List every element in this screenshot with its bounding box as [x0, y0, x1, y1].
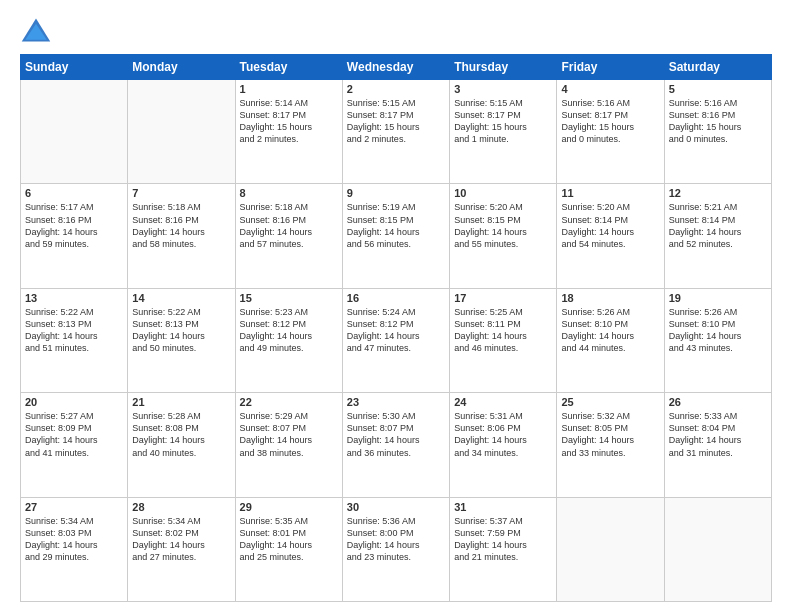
calendar-cell: 22Sunrise: 5:29 AM Sunset: 8:07 PM Dayli… — [235, 393, 342, 497]
day-number: 19 — [669, 292, 767, 304]
day-number: 14 — [132, 292, 230, 304]
logo — [20, 16, 56, 44]
day-number: 11 — [561, 187, 659, 199]
day-number: 26 — [669, 396, 767, 408]
cell-info: Sunrise: 5:19 AM Sunset: 8:15 PM Dayligh… — [347, 201, 445, 250]
day-number: 1 — [240, 83, 338, 95]
calendar-table: SundayMondayTuesdayWednesdayThursdayFrid… — [20, 54, 772, 602]
cell-info: Sunrise: 5:18 AM Sunset: 8:16 PM Dayligh… — [240, 201, 338, 250]
day-number: 6 — [25, 187, 123, 199]
cell-info: Sunrise: 5:36 AM Sunset: 8:00 PM Dayligh… — [347, 515, 445, 564]
day-number: 5 — [669, 83, 767, 95]
day-number: 29 — [240, 501, 338, 513]
day-number: 28 — [132, 501, 230, 513]
weekday-header-monday: Monday — [128, 55, 235, 80]
cell-info: Sunrise: 5:25 AM Sunset: 8:11 PM Dayligh… — [454, 306, 552, 355]
day-number: 23 — [347, 396, 445, 408]
page: SundayMondayTuesdayWednesdayThursdayFrid… — [0, 0, 792, 612]
cell-info: Sunrise: 5:27 AM Sunset: 8:09 PM Dayligh… — [25, 410, 123, 459]
calendar-cell: 15Sunrise: 5:23 AM Sunset: 8:12 PM Dayli… — [235, 288, 342, 392]
calendar-cell: 27Sunrise: 5:34 AM Sunset: 8:03 PM Dayli… — [21, 497, 128, 601]
day-number: 25 — [561, 396, 659, 408]
cell-info: Sunrise: 5:14 AM Sunset: 8:17 PM Dayligh… — [240, 97, 338, 146]
calendar-cell: 13Sunrise: 5:22 AM Sunset: 8:13 PM Dayli… — [21, 288, 128, 392]
weekday-header-sunday: Sunday — [21, 55, 128, 80]
cell-info: Sunrise: 5:16 AM Sunset: 8:16 PM Dayligh… — [669, 97, 767, 146]
calendar-week-0: 1Sunrise: 5:14 AM Sunset: 8:17 PM Daylig… — [21, 80, 772, 184]
calendar-cell: 17Sunrise: 5:25 AM Sunset: 8:11 PM Dayli… — [450, 288, 557, 392]
calendar-cell: 20Sunrise: 5:27 AM Sunset: 8:09 PM Dayli… — [21, 393, 128, 497]
cell-info: Sunrise: 5:21 AM Sunset: 8:14 PM Dayligh… — [669, 201, 767, 250]
day-number: 12 — [669, 187, 767, 199]
weekday-header-thursday: Thursday — [450, 55, 557, 80]
day-number: 16 — [347, 292, 445, 304]
cell-info: Sunrise: 5:37 AM Sunset: 7:59 PM Dayligh… — [454, 515, 552, 564]
calendar-cell: 23Sunrise: 5:30 AM Sunset: 8:07 PM Dayli… — [342, 393, 449, 497]
cell-info: Sunrise: 5:20 AM Sunset: 8:14 PM Dayligh… — [561, 201, 659, 250]
cell-info: Sunrise: 5:32 AM Sunset: 8:05 PM Dayligh… — [561, 410, 659, 459]
day-number: 8 — [240, 187, 338, 199]
cell-info: Sunrise: 5:20 AM Sunset: 8:15 PM Dayligh… — [454, 201, 552, 250]
calendar-cell: 28Sunrise: 5:34 AM Sunset: 8:02 PM Dayli… — [128, 497, 235, 601]
cell-info: Sunrise: 5:33 AM Sunset: 8:04 PM Dayligh… — [669, 410, 767, 459]
calendar-cell: 9Sunrise: 5:19 AM Sunset: 8:15 PM Daylig… — [342, 184, 449, 288]
calendar-cell: 21Sunrise: 5:28 AM Sunset: 8:08 PM Dayli… — [128, 393, 235, 497]
weekday-header-saturday: Saturday — [664, 55, 771, 80]
calendar-cell: 3Sunrise: 5:15 AM Sunset: 8:17 PM Daylig… — [450, 80, 557, 184]
day-number: 30 — [347, 501, 445, 513]
calendar-cell: 7Sunrise: 5:18 AM Sunset: 8:16 PM Daylig… — [128, 184, 235, 288]
header — [20, 16, 772, 44]
cell-info: Sunrise: 5:35 AM Sunset: 8:01 PM Dayligh… — [240, 515, 338, 564]
calendar-cell: 6Sunrise: 5:17 AM Sunset: 8:16 PM Daylig… — [21, 184, 128, 288]
calendar-cell: 25Sunrise: 5:32 AM Sunset: 8:05 PM Dayli… — [557, 393, 664, 497]
calendar-week-1: 6Sunrise: 5:17 AM Sunset: 8:16 PM Daylig… — [21, 184, 772, 288]
calendar-cell — [557, 497, 664, 601]
day-number: 21 — [132, 396, 230, 408]
calendar-cell: 24Sunrise: 5:31 AM Sunset: 8:06 PM Dayli… — [450, 393, 557, 497]
day-number: 27 — [25, 501, 123, 513]
calendar-week-2: 13Sunrise: 5:22 AM Sunset: 8:13 PM Dayli… — [21, 288, 772, 392]
day-number: 2 — [347, 83, 445, 95]
cell-info: Sunrise: 5:28 AM Sunset: 8:08 PM Dayligh… — [132, 410, 230, 459]
calendar-cell: 30Sunrise: 5:36 AM Sunset: 8:00 PM Dayli… — [342, 497, 449, 601]
cell-info: Sunrise: 5:22 AM Sunset: 8:13 PM Dayligh… — [25, 306, 123, 355]
cell-info: Sunrise: 5:26 AM Sunset: 8:10 PM Dayligh… — [669, 306, 767, 355]
day-number: 3 — [454, 83, 552, 95]
day-number: 17 — [454, 292, 552, 304]
weekday-header-wednesday: Wednesday — [342, 55, 449, 80]
cell-info: Sunrise: 5:16 AM Sunset: 8:17 PM Dayligh… — [561, 97, 659, 146]
calendar-cell: 29Sunrise: 5:35 AM Sunset: 8:01 PM Dayli… — [235, 497, 342, 601]
day-number: 15 — [240, 292, 338, 304]
cell-info: Sunrise: 5:34 AM Sunset: 8:03 PM Dayligh… — [25, 515, 123, 564]
cell-info: Sunrise: 5:15 AM Sunset: 8:17 PM Dayligh… — [454, 97, 552, 146]
cell-info: Sunrise: 5:17 AM Sunset: 8:16 PM Dayligh… — [25, 201, 123, 250]
calendar-cell: 1Sunrise: 5:14 AM Sunset: 8:17 PM Daylig… — [235, 80, 342, 184]
calendar-cell: 16Sunrise: 5:24 AM Sunset: 8:12 PM Dayli… — [342, 288, 449, 392]
calendar-header-row: SundayMondayTuesdayWednesdayThursdayFrid… — [21, 55, 772, 80]
day-number: 31 — [454, 501, 552, 513]
day-number: 18 — [561, 292, 659, 304]
calendar-body: 1Sunrise: 5:14 AM Sunset: 8:17 PM Daylig… — [21, 80, 772, 602]
day-number: 10 — [454, 187, 552, 199]
cell-info: Sunrise: 5:24 AM Sunset: 8:12 PM Dayligh… — [347, 306, 445, 355]
calendar-cell: 4Sunrise: 5:16 AM Sunset: 8:17 PM Daylig… — [557, 80, 664, 184]
calendar-cell: 2Sunrise: 5:15 AM Sunset: 8:17 PM Daylig… — [342, 80, 449, 184]
day-number: 24 — [454, 396, 552, 408]
cell-info: Sunrise: 5:18 AM Sunset: 8:16 PM Dayligh… — [132, 201, 230, 250]
cell-info: Sunrise: 5:23 AM Sunset: 8:12 PM Dayligh… — [240, 306, 338, 355]
weekday-header-tuesday: Tuesday — [235, 55, 342, 80]
cell-info: Sunrise: 5:26 AM Sunset: 8:10 PM Dayligh… — [561, 306, 659, 355]
calendar-cell: 18Sunrise: 5:26 AM Sunset: 8:10 PM Dayli… — [557, 288, 664, 392]
cell-info: Sunrise: 5:31 AM Sunset: 8:06 PM Dayligh… — [454, 410, 552, 459]
day-number: 20 — [25, 396, 123, 408]
calendar-cell: 10Sunrise: 5:20 AM Sunset: 8:15 PM Dayli… — [450, 184, 557, 288]
calendar-cell: 14Sunrise: 5:22 AM Sunset: 8:13 PM Dayli… — [128, 288, 235, 392]
calendar-cell: 26Sunrise: 5:33 AM Sunset: 8:04 PM Dayli… — [664, 393, 771, 497]
cell-info: Sunrise: 5:22 AM Sunset: 8:13 PM Dayligh… — [132, 306, 230, 355]
calendar-cell: 11Sunrise: 5:20 AM Sunset: 8:14 PM Dayli… — [557, 184, 664, 288]
calendar-cell: 5Sunrise: 5:16 AM Sunset: 8:16 PM Daylig… — [664, 80, 771, 184]
calendar-week-3: 20Sunrise: 5:27 AM Sunset: 8:09 PM Dayli… — [21, 393, 772, 497]
calendar-cell — [21, 80, 128, 184]
calendar-cell: 12Sunrise: 5:21 AM Sunset: 8:14 PM Dayli… — [664, 184, 771, 288]
logo-icon — [20, 16, 52, 44]
